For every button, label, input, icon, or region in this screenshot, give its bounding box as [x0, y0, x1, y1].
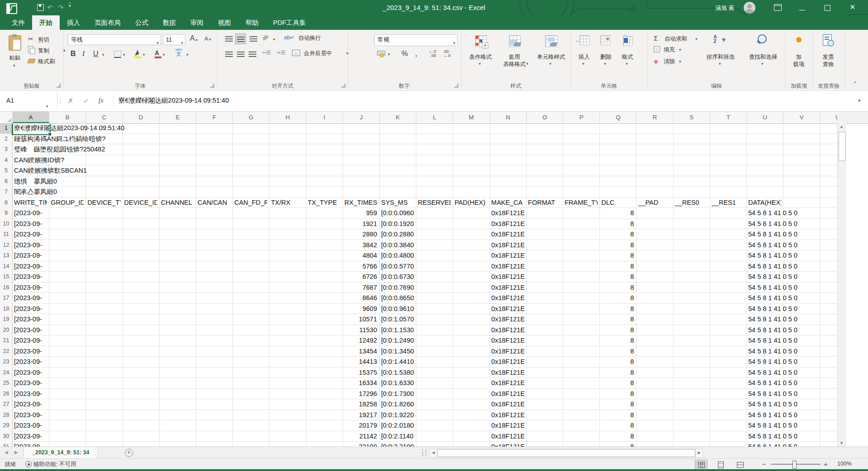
- page-break-view-button[interactable]: [734, 460, 746, 470]
- zoom-in-icon[interactable]: +: [824, 460, 828, 468]
- ribbon-tab-7[interactable]: 视图: [211, 15, 238, 30]
- vertical-scrollbar[interactable]: ▲ ▼: [837, 123, 846, 447]
- column-header-H[interactable]: H: [269, 112, 306, 123]
- row-header-18[interactable]: 18: [0, 304, 13, 315]
- font-name-combo[interactable]: 等线▾: [68, 34, 161, 45]
- underline-button[interactable]: U: [93, 50, 99, 58]
- row-header-24[interactable]: 24: [0, 367, 13, 379]
- row-header-8[interactable]: 8: [0, 198, 13, 209]
- paste-button[interactable]: 粘贴 ▾: [4, 33, 25, 79]
- invoice-check-button[interactable]: 发票 查验: [814, 33, 843, 79]
- ribbon-tab-3[interactable]: 页面布局: [87, 15, 128, 30]
- row-header-23[interactable]: 23: [0, 357, 13, 368]
- row-header-11[interactable]: 11: [0, 229, 13, 240]
- column-header-N[interactable]: N: [490, 112, 527, 123]
- column-header-U[interactable]: U: [747, 112, 783, 123]
- enter-icon[interactable]: ✓: [83, 93, 89, 108]
- sort-filter-button[interactable]: AZ ▼ 排序和筛选 ▾: [700, 33, 741, 79]
- row-header-1[interactable]: 1: [0, 123, 13, 134]
- ribbon-tab-4[interactable]: 公式: [128, 15, 156, 30]
- find-select-button[interactable]: 查找和选择 ▾: [742, 33, 784, 79]
- sheet-next-icon[interactable]: ▶: [14, 450, 18, 455]
- comma-style-button[interactable]: ,: [415, 49, 417, 58]
- percent-style-button[interactable]: %: [401, 50, 408, 58]
- row-header-10[interactable]: 10: [0, 219, 13, 230]
- decrease-indent-icon[interactable]: ⇦☰: [262, 50, 271, 56]
- column-header-R[interactable]: R: [637, 112, 673, 123]
- align-right-icon[interactable]: [249, 52, 256, 57]
- row-header-28[interactable]: 28: [0, 410, 13, 421]
- column-header-M[interactable]: M: [453, 112, 490, 123]
- ribbon-tab-8[interactable]: 帮助: [238, 15, 266, 30]
- row-header-20[interactable]: 20: [0, 325, 13, 336]
- ribbon-display-options-icon[interactable]: [774, 4, 782, 11]
- font-color-button[interactable]: A ▾: [155, 49, 159, 57]
- vertical-scroll-thumb[interactable]: [839, 132, 846, 161]
- row-header-21[interactable]: 21: [0, 335, 13, 347]
- row-header-15[interactable]: 15: [0, 272, 13, 283]
- add-ins-button[interactable]: 加 载项: [787, 33, 811, 79]
- insert-function-icon[interactable]: fx: [99, 93, 104, 108]
- page-layout-view-button[interactable]: [714, 460, 727, 470]
- row-header-7[interactable]: 7: [0, 187, 13, 198]
- column-header-K[interactable]: K: [380, 112, 416, 123]
- column-header-E[interactable]: E: [160, 112, 196, 123]
- column-header-Q[interactable]: Q: [600, 112, 637, 123]
- row-header-13[interactable]: 13: [0, 250, 13, 262]
- increase-decimal-button[interactable]: ←.0.00: [429, 50, 436, 58]
- column-header-O[interactable]: O: [527, 112, 563, 123]
- ribbon-tab-9[interactable]: PDF工具集: [266, 15, 313, 30]
- number-format-combo[interactable]: 常规▾: [374, 34, 458, 46]
- hscroll-right-icon[interactable]: ▶: [695, 448, 703, 458]
- row-header-29[interactable]: 29: [0, 420, 13, 432]
- column-header-D[interactable]: D: [123, 112, 160, 123]
- decrease-decimal-button[interactable]: .00→.0: [443, 50, 451, 58]
- row-header-19[interactable]: 19: [0, 314, 13, 325]
- column-header-F[interactable]: F: [196, 112, 233, 123]
- orientation-icon[interactable]: ab: [261, 33, 269, 42]
- clear-button[interactable]: ◆ 清除 ▾: [654, 57, 658, 65]
- row-header-3[interactable]: 3: [0, 144, 13, 155]
- align-left-icon[interactable]: [225, 52, 233, 57]
- autosum-button[interactable]: Σ 自动求和 ▾: [654, 34, 658, 42]
- delete-cells-button[interactable]: × 删除 ▾: [596, 33, 616, 79]
- row-header-5[interactable]: 5: [0, 165, 13, 177]
- minimize-button[interactable]: [799, 10, 805, 10]
- borders-button[interactable]: [114, 51, 121, 58]
- column-header-T[interactable]: T: [710, 112, 747, 123]
- row-header-4[interactable]: 4: [0, 155, 13, 166]
- close-button[interactable]: ×: [850, 2, 855, 12]
- alignment-dialog-launcher-icon[interactable]: [341, 83, 345, 88]
- align-center-icon[interactable]: [237, 52, 245, 57]
- italic-button[interactable]: I: [82, 50, 85, 58]
- column-header-J[interactable]: J: [343, 112, 380, 123]
- font-size-combo[interactable]: 11▾: [163, 34, 185, 45]
- cancel-icon[interactable]: ✗: [68, 93, 74, 108]
- column-header-P[interactable]: P: [563, 112, 600, 123]
- column-header-B[interactable]: B: [49, 112, 86, 123]
- zoom-level[interactable]: 100%: [837, 461, 852, 467]
- zoom-out-icon[interactable]: −: [762, 460, 766, 468]
- insert-cells-button[interactable]: ← 插入 ▾: [574, 33, 594, 79]
- zoom-slider-thumb[interactable]: [793, 461, 797, 469]
- phonetic-guide-button[interactable]: wén 文: [175, 48, 182, 57]
- row-header-26[interactable]: 26: [0, 389, 13, 400]
- sheet-tab[interactable]: _2023_9_14_9: 51: 34: [24, 447, 98, 459]
- row-header-16[interactable]: 16: [0, 283, 13, 294]
- row-header-2[interactable]: 2: [0, 134, 13, 145]
- clipboard-dialog-launcher-icon[interactable]: [56, 83, 61, 88]
- row-header-25[interactable]: 25: [0, 378, 13, 389]
- collapse-ribbon-icon[interactable]: ⌃: [853, 80, 858, 87]
- shrink-font-button[interactable]: A▼: [204, 35, 212, 42]
- font-dialog-launcher-icon[interactable]: [210, 83, 214, 88]
- ribbon-tab-2[interactable]: 插入: [60, 15, 87, 30]
- bold-button[interactable]: B: [71, 50, 76, 58]
- row-header-30[interactable]: 30: [0, 431, 13, 443]
- row-header-6[interactable]: 6: [0, 176, 13, 188]
- column-header-S[interactable]: S: [674, 112, 710, 123]
- formula-input[interactable]: 寮€濮嬫椂闂达細2023-09-14 09:51:40: [118, 93, 855, 108]
- align-bottom-icon[interactable]: [250, 36, 257, 42]
- format-cells-button[interactable]: ↔ 格式 ▾: [618, 33, 637, 79]
- column-header-V[interactable]: V: [783, 112, 820, 123]
- select-all-corner[interactable]: [0, 112, 13, 123]
